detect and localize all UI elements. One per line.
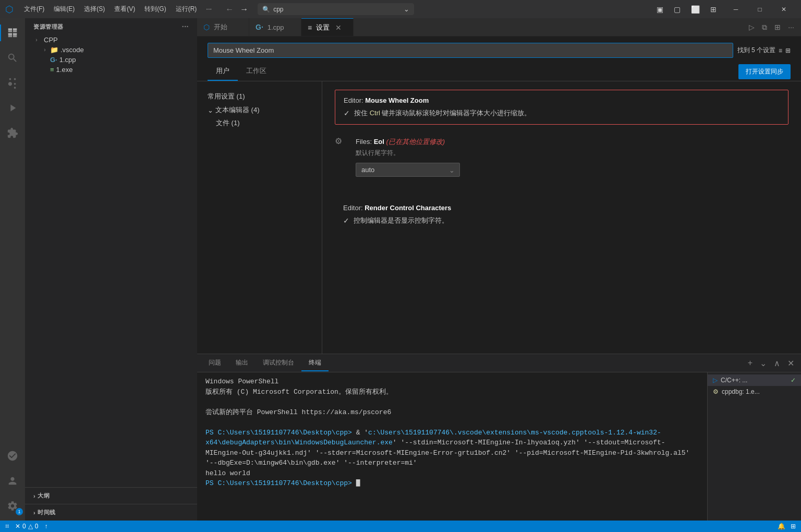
tree-item-1cpp[interactable]: G· 1.cpp [25, 55, 197, 65]
nav-file[interactable]: 文件 (1) [197, 117, 322, 129]
tab-start-icon: ⬡ [203, 23, 210, 31]
sync-icon: ↑ [44, 523, 47, 530]
filter-icon[interactable]: ≡ [779, 47, 782, 54]
search-dropdown-icon[interactable]: ⌄ [404, 5, 409, 13]
activity-remote[interactable] [0, 443, 25, 468]
menu-select[interactable]: 选择(S) [80, 3, 109, 16]
sidebar-title: 资源管理器 [33, 23, 64, 31]
tab-workspace[interactable]: 工作区 [238, 62, 275, 81]
global-search-box[interactable]: 🔍 ⌄ [258, 3, 414, 15]
layout-icon-2[interactable]: ▢ [671, 3, 684, 16]
menu-goto[interactable]: 转到(G) [140, 3, 170, 16]
panel-up-button[interactable]: ∧ [771, 357, 783, 370]
layout-icon-1[interactable]: ▣ [653, 3, 666, 16]
status-notifications[interactable]: 🔔 [778, 523, 785, 530]
terminal-instance-1-icon: ▷ [713, 377, 718, 384]
nav-back-button[interactable]: ← [223, 4, 236, 15]
nav-forward-button[interactable]: → [238, 4, 250, 15]
activity-account[interactable] [0, 468, 25, 493]
tab-split-button[interactable]: ⧉ [759, 21, 770, 33]
activity-extensions[interactable] [0, 120, 25, 146]
panel-add-button[interactable]: + [745, 357, 755, 369]
file-tree: › CPP › 📁 .vscode G· 1.cpp ≡ 1.exe [25, 35, 197, 487]
eol-select[interactable]: auto \n \r\n [356, 163, 460, 177]
tab-bar-right: ▷ ⧉ ⊞ ··· [742, 18, 801, 36]
titlebar-right: ▣ ▢ ⬜ ⊞ ─ □ ✕ [653, 0, 796, 18]
setting-title-1: Editor: Mouse Wheel Zoom [344, 96, 780, 104]
menu-more[interactable]: ··· [202, 3, 216, 16]
menu-view[interactable]: 查看(V) [110, 3, 139, 16]
panel-tabs: 问题 输出 调试控制台 终端 + ⌄ ∧ ✕ [197, 354, 801, 372]
status-layout[interactable]: ⊞ [791, 523, 796, 530]
setting-check-text-3: 控制编辑器是否显示控制字符。 [354, 216, 448, 225]
layout-icon-4[interactable]: ⊞ [707, 3, 720, 16]
eol-select-wrapper: auto \n \r\n [356, 163, 460, 177]
menu-edit[interactable]: 编辑(E) [50, 3, 79, 16]
panel-close-button[interactable]: ✕ [785, 357, 797, 370]
panel-chevron-button[interactable]: ⌄ [757, 357, 769, 370]
menu-run[interactable]: 运行(R) [172, 3, 201, 16]
menu-file[interactable]: 文件(F) [20, 3, 48, 16]
settings-badge: 1 [16, 508, 23, 515]
panel-tab-output[interactable]: 输出 [228, 355, 256, 371]
tab-settings[interactable]: ≡ 设置 ✕ [301, 18, 354, 36]
timeline-arrow-icon: › [33, 510, 35, 516]
search-result-info: 找到 5 个设置 ≡ ⊞ [737, 46, 791, 55]
tab-layout-button[interactable]: ⊞ [772, 21, 783, 33]
outline-header[interactable]: › 大纲 [25, 490, 197, 502]
error-icon: ✕ [15, 523, 20, 530]
activity-explorer[interactable] [0, 20, 25, 45]
status-sync[interactable]: ↑ [44, 523, 47, 530]
status-bar-right: 🔔 ⊞ [778, 523, 796, 530]
tab-play-button[interactable]: ▷ [746, 21, 757, 33]
settings-search-input[interactable] [208, 43, 733, 58]
timeline-header[interactable]: › 时间线 [25, 506, 197, 518]
panel-tab-debug[interactable]: 调试控制台 [256, 355, 301, 371]
terminal-instance-2[interactable]: ⚙ cppdbg: 1.e... [708, 386, 801, 397]
warning-count: 0 [35, 523, 39, 530]
tab-settings-label: 设置 [316, 23, 330, 32]
settings-tabs-row: 用户 工作区 打开设置同步 [197, 62, 801, 81]
tab-bar: ⬡ 开始 G· 1.cpp ≡ 设置 ✕ ▷ ⧉ ⊞ ··· [197, 18, 801, 37]
tree-label-vscode: .vscode [60, 46, 84, 54]
search-icon: 🔍 [262, 6, 270, 13]
nav-text-editor[interactable]: ⌄ 文本编辑器 (4) [197, 103, 322, 117]
sidebar-more-button[interactable]: ··· [182, 22, 189, 31]
check-icon-1[interactable]: ✓ [344, 109, 350, 117]
panel-tab-terminal[interactable]: 终端 [301, 355, 329, 371]
close-button[interactable]: ✕ [772, 0, 796, 18]
sync-button[interactable]: 打开设置同步 [738, 64, 791, 79]
status-errors[interactable]: ✕ 0 △ 0 [15, 523, 38, 530]
setting-check-row-3: ✓ 控制编辑器是否显示控制字符。 [343, 216, 780, 225]
activity-settings[interactable]: 1 [0, 493, 25, 518]
tab-settings-close[interactable]: ✕ [334, 23, 343, 32]
global-search-input[interactable] [273, 6, 400, 13]
terminal-output[interactable]: Windows PowerShell 版权所有 (C) Microsoft Co… [197, 372, 707, 521]
minimize-button[interactable]: ─ [724, 0, 748, 18]
panel-tab-problems[interactable]: 问题 [201, 355, 228, 371]
remote-icon: ⌗ [5, 522, 9, 530]
tab-user[interactable]: 用户 [208, 62, 238, 81]
tree-item-cpp-folder[interactable]: › CPP [25, 35, 197, 45]
terminal-line-1: Windows PowerShell [205, 377, 699, 387]
tab-start[interactable]: ⬡ 开始 [197, 18, 249, 36]
nav-common-settings[interactable]: 常用设置 (1) [197, 90, 322, 103]
gear-icon-eol[interactable]: ⚙ [335, 136, 342, 146]
main-layout: 1 资源管理器 ··· › CPP › 📁 .vscode G· 1.cpp [0, 18, 801, 521]
tree-item-1exe[interactable]: ≡ 1.exe [25, 65, 197, 75]
terminal-instance-1[interactable]: ▷ C/C++: ... ✓ [708, 374, 801, 386]
layout-icon-3[interactable]: ⬜ [688, 3, 703, 16]
tab-more-button[interactable]: ··· [785, 21, 797, 33]
tab-cpp[interactable]: G· 1.cpp [249, 18, 301, 36]
check-icon-3[interactable]: ✓ [343, 216, 349, 225]
timeline-section: › 时间线 [25, 504, 197, 521]
status-remote[interactable]: ⌗ [5, 522, 9, 530]
settings-list-icon[interactable]: ⊞ [785, 47, 791, 54]
activity-source-control[interactable] [0, 70, 25, 95]
activity-run[interactable] [0, 95, 25, 120]
tree-item-vscode[interactable]: › 📁 .vscode [25, 45, 197, 55]
setting-render-control: Editor: Render Control Characters ✓ 控制编辑… [335, 198, 788, 232]
activity-search[interactable] [0, 45, 25, 70]
cpp-file-icon: G· [50, 56, 57, 64]
maximize-button[interactable]: □ [748, 0, 772, 18]
